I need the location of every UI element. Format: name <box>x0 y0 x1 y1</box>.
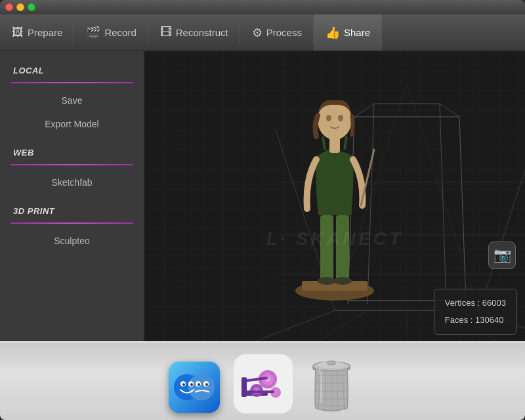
minimize-button[interactable] <box>16 3 24 11</box>
tab-process[interactable]: ⚙ Process <box>240 14 314 51</box>
sidebar: Local Save Export Model Web Sketchfab 3D… <box>0 51 144 341</box>
vertices-label: Vertices : <box>445 298 480 308</box>
title-bar <box>0 0 525 14</box>
tab-prepare-label: Prepare <box>28 27 62 38</box>
tab-record[interactable]: 🎬 Record <box>74 14 148 51</box>
svg-point-29 <box>333 277 352 285</box>
dock-item-skanect[interactable] <box>234 354 293 413</box>
faces-value: 130640 <box>475 315 503 325</box>
toolbar: 🖼 Prepare 🎬 Record 🎞 Reconstruct ⚙ Proce… <box>0 14 525 51</box>
dock-item-trash[interactable] <box>306 356 357 413</box>
trash-icon <box>308 356 355 413</box>
main-content: Local Save Export Model Web Sketchfab 3D… <box>0 51 525 341</box>
sidebar-sketchfab[interactable]: Sketchfab <box>0 171 144 194</box>
prepare-icon: 🖼 <box>12 26 24 39</box>
dock <box>0 341 525 420</box>
tab-reconstruct-label: Reconstruct <box>176 27 228 38</box>
share-icon: 👍 <box>326 26 340 40</box>
svg-point-34 <box>326 115 331 121</box>
vertices-row: Vertices : 66003 <box>445 295 506 312</box>
app-window: 🖼 Prepare 🎬 Record 🎞 Reconstruct ⚙ Proce… <box>0 0 525 420</box>
record-icon: 🎬 <box>86 26 100 40</box>
tab-record-label: Record <box>104 27 136 38</box>
tab-prepare[interactable]: 🖼 Prepare <box>0 14 74 51</box>
stats-panel: Vertices : 66003 Faces : 130640 <box>434 289 517 335</box>
section-3dprint-divider <box>10 222 133 224</box>
close-button[interactable] <box>5 3 13 11</box>
svg-point-46 <box>198 383 200 386</box>
traffic-lights <box>5 3 35 11</box>
sidebar-save[interactable]: Save <box>0 89 144 112</box>
section-local-divider <box>10 82 133 83</box>
section-web-title: Web <box>0 144 144 161</box>
vertices-value: 66003 <box>482 298 506 308</box>
tab-share[interactable]: 👍 Share <box>314 14 382 51</box>
sidebar-sculpteo[interactable]: Sculpteo <box>0 229 144 253</box>
camera-button[interactable]: 📷 <box>488 242 516 269</box>
svg-point-42 <box>182 383 185 386</box>
faces-row: Faces : 130640 <box>445 312 506 329</box>
section-web-divider <box>10 164 133 165</box>
finder-icon <box>169 362 220 413</box>
svg-point-47 <box>205 383 208 386</box>
reconstruct-icon: 🎞 <box>160 26 172 39</box>
viewport: L· SKANECT 📷 Vertices : 66003 Faces : 13… <box>144 51 525 341</box>
svg-point-35 <box>338 115 343 121</box>
svg-line-30 <box>323 136 325 150</box>
svg-point-39 <box>188 374 215 400</box>
svg-point-43 <box>190 383 193 386</box>
svg-line-31 <box>345 136 346 150</box>
tab-reconstruct[interactable]: 🎞 Reconstruct <box>148 14 240 51</box>
faces-label: Faces : <box>445 315 473 325</box>
svg-rect-74 <box>327 361 335 365</box>
tab-share-label: Share <box>344 27 370 38</box>
sidebar-export-model[interactable]: Export Model <box>0 112 144 136</box>
finder-svg <box>169 362 220 413</box>
watermark: L· SKANECT <box>266 228 403 249</box>
3d-figure <box>269 64 400 301</box>
tab-process-label: Process <box>266 27 302 38</box>
section-local-title: Local <box>0 62 144 79</box>
section-3dprint-title: 3D Print <box>0 202 144 220</box>
skanect-icon <box>234 354 293 413</box>
svg-point-28 <box>318 277 336 285</box>
maximize-button[interactable] <box>28 3 35 11</box>
dock-item-finder[interactable] <box>168 361 220 413</box>
process-icon: ⚙ <box>252 26 262 40</box>
